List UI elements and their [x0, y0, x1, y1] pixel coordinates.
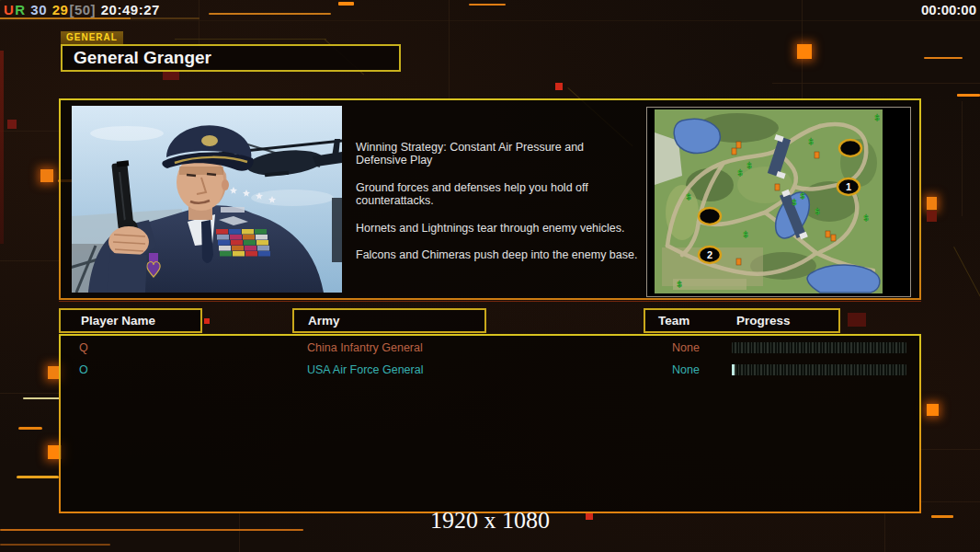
hud-r: R — [15, 2, 25, 17]
header-progress: Progress — [736, 310, 791, 331]
hud-stats: UR 30 29[50] 20:49:27 — [4, 2, 161, 17]
general-tab-label: GENERAL — [61, 31, 123, 44]
bg-square — [797, 44, 812, 59]
map-preview-panel: 1 2 $ $ $ $ $ $ $ $ $ $ $ — [646, 107, 911, 297]
header-army: Army — [292, 308, 486, 333]
hud-clock: 20:49:27 — [101, 2, 160, 17]
hud-fps: 30 — [30, 2, 47, 17]
bg-square — [204, 318, 210, 324]
supply-icon: $ — [800, 191, 804, 201]
strategy-line: Ground forces and defenses help you hold… — [356, 181, 588, 194]
supply-icon: $ — [815, 207, 819, 216]
supply-icon: $ — [792, 198, 796, 207]
bg-line — [0, 260, 59, 261]
bg-square — [927, 404, 939, 416]
player-list: Q China Infantry General None O USA Air … — [59, 334, 921, 513]
load-progress-bar — [732, 364, 906, 375]
strategy-line: Hornets and Lightnings tear through enem… — [356, 222, 625, 235]
player-team: None — [672, 341, 700, 354]
player-row: O USA Air Force General None — [61, 360, 919, 382]
resolution-label: 1920 x 1080 — [0, 507, 980, 535]
header-team-progress: Team Progress — [644, 308, 840, 333]
bg-dash — [0, 544, 110, 546]
bg-line — [0, 20, 980, 21]
supply-icon: $ — [863, 213, 868, 223]
bg-line — [449, 0, 450, 99]
player-army: China Infantry General — [307, 341, 423, 354]
bg-line — [921, 449, 980, 450]
bg-square — [848, 313, 866, 327]
progress-start-tick — [732, 364, 735, 375]
bg-square — [927, 211, 937, 222]
bg-dash — [23, 397, 60, 399]
strategy-line: Defensive Play — [356, 154, 432, 167]
hud-value3: [50] — [69, 2, 96, 17]
match-timer: 00:00:00 — [921, 2, 976, 17]
bg-line — [175, 39, 326, 40]
bg-line — [802, 0, 803, 101]
bg-line — [772, 83, 980, 84]
loading-screen: UR 30 29[50] 20:49:27 00:00:00 GENERAL G… — [0, 0, 980, 552]
general-portrait — [72, 106, 342, 293]
map-thumbnail: 1 2 $ $ $ $ $ $ $ $ $ $ $ — [655, 109, 883, 293]
player-team: None — [672, 363, 700, 376]
bg-square — [7, 120, 17, 129]
supply-icon: $ — [677, 280, 681, 289]
supply-icon: $ — [743, 230, 747, 239]
bg-dash — [957, 94, 980, 97]
player-army: USA Air Force General — [307, 363, 423, 376]
start-marker-2: 2 — [707, 249, 712, 260]
header-player-name: Player Name — [59, 308, 202, 333]
player-name: Q — [79, 341, 88, 354]
player-name: O — [79, 363, 88, 376]
strategy-line: counterattacks. — [356, 194, 434, 207]
bg-red-streak — [0, 51, 4, 244]
player-row: Q China Infantry General None — [61, 338, 919, 360]
hud-u: U — [4, 2, 14, 17]
start-marker-1: 1 — [846, 181, 851, 192]
supply-icon: $ — [746, 161, 751, 170]
bg-square — [927, 197, 937, 210]
bg-line — [0, 393, 59, 394]
supply-icon: $ — [737, 168, 742, 178]
supply-icon: $ — [808, 137, 813, 146]
bg-line — [921, 501, 980, 502]
general-name: General Granger — [63, 46, 399, 70]
bg-dash — [17, 476, 59, 478]
supply-icon: $ — [874, 113, 879, 122]
bg-dash — [209, 13, 331, 15]
bg-dash — [338, 2, 354, 6]
bg-line — [0, 131, 59, 132]
header-team: Team — [658, 310, 689, 331]
bg-line — [962, 101, 963, 216]
panel-underline — [59, 301, 921, 302]
bg-line — [953, 247, 980, 324]
bg-dash — [18, 427, 42, 430]
hud-underline-faint — [131, 17, 199, 19]
general-name-box: General Granger — [61, 44, 401, 72]
strategy-line: Winning Strategy: Constant Air Pressure … — [356, 141, 584, 154]
load-progress-bar — [732, 342, 906, 353]
hand — [107, 226, 149, 293]
bg-dash — [469, 4, 506, 6]
general-portrait-art — [72, 106, 342, 293]
supply-icon: $ — [686, 192, 690, 201]
hud-underline — [0, 17, 131, 19]
bg-square — [163, 71, 179, 80]
strategy-line: Falcons and Chimeras push deep into the … — [356, 248, 637, 261]
bg-square — [555, 83, 563, 90]
hud-value2: 29 — [52, 2, 69, 17]
bg-line — [0, 0, 43, 1]
bg-square — [40, 169, 53, 182]
bg-dash — [924, 57, 963, 59]
